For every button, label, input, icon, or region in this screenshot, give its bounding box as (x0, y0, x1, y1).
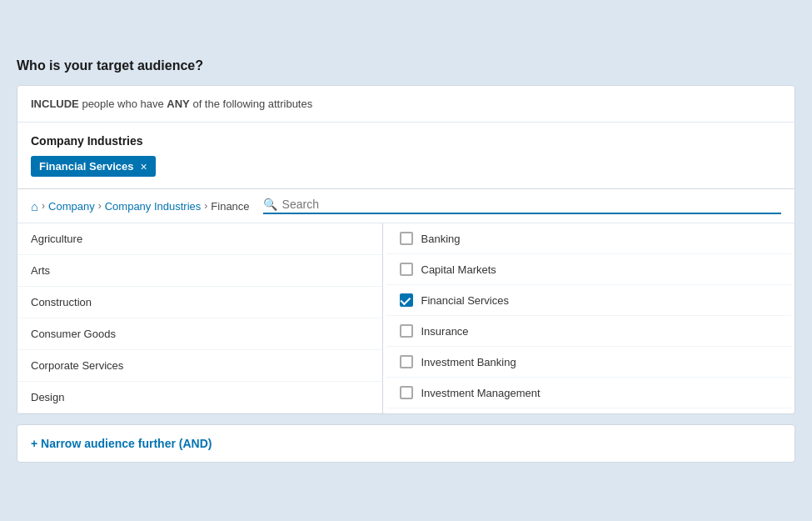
checkbox-investment-management[interactable] (400, 386, 413, 399)
list-item[interactable]: Construction (17, 287, 382, 318)
include-label: INCLUDE (31, 98, 79, 110)
list-item[interactable]: Capital Markets (386, 254, 792, 285)
page-title: Who is your target audience? (17, 58, 795, 73)
left-list: Agriculture Arts Construction Consumer G… (17, 223, 383, 413)
breadcrumb-finance: Finance (211, 200, 249, 213)
lists-row: Agriculture Arts Construction Consumer G… (17, 223, 795, 413)
list-item[interactable]: Agriculture (17, 223, 382, 255)
right-list: Banking Capital Markets Financial Servic… (383, 223, 795, 413)
list-item[interactable]: Investment Management (386, 378, 792, 408)
breadcrumb-sep-1: › (42, 200, 45, 212)
outer-container: Who is your target audience? INCLUDE peo… (17, 58, 795, 463)
financial-services-tag[interactable]: Financial Services × (31, 156, 156, 177)
checkbox-banking[interactable] (400, 232, 413, 245)
breadcrumb-row: ⌂ › Company › Company Industries › Finan… (17, 189, 795, 223)
list-item[interactable]: Consumer Goods (17, 318, 382, 350)
item-label: Financial Services (421, 294, 510, 307)
list-item[interactable]: Investment Banking (386, 347, 792, 378)
list-item[interactable]: Corporate Services (17, 350, 382, 382)
breadcrumb-sep-3: › (204, 200, 207, 212)
list-item[interactable]: Arts (17, 255, 382, 287)
list-item[interactable]: Financial Services (386, 285, 792, 316)
any-label: ANY (167, 98, 189, 110)
checkbox-capital-markets[interactable] (400, 263, 413, 276)
include-text-mid: people who have (82, 98, 167, 110)
checkbox-insurance[interactable] (400, 324, 413, 338)
item-label: Capital Markets (421, 263, 496, 276)
narrow-audience-button[interactable]: + Narrow audience further (AND) (31, 437, 212, 450)
narrow-row: + Narrow audience further (AND) (17, 424, 795, 463)
item-label: Investment Banking (421, 356, 516, 368)
list-item[interactable]: Insurance (386, 316, 792, 347)
search-area: 🔍 (263, 198, 781, 214)
breadcrumb-home-icon[interactable]: ⌂ (31, 199, 38, 213)
section-label: Company Industries (31, 134, 781, 148)
include-row: INCLUDE people who have ANY of the follo… (17, 86, 795, 123)
include-text-post: of the following attributes (192, 98, 312, 110)
breadcrumb-company[interactable]: Company (48, 200, 95, 213)
breadcrumb-company-industries[interactable]: Company Industries (105, 200, 202, 213)
list-item[interactable]: Banking (386, 223, 792, 254)
tag-label: Financial Services (39, 160, 133, 173)
company-industries-section: Company Industries Financial Services × (17, 123, 795, 188)
search-input[interactable] (282, 198, 416, 211)
checkbox-investment-banking[interactable] (400, 355, 413, 368)
list-item[interactable]: Design (17, 382, 382, 413)
item-label: Insurance (421, 325, 469, 338)
picker-container: ⌂ › Company › Company Industries › Finan… (17, 188, 795, 413)
targeting-card: INCLUDE people who have ANY of the follo… (17, 85, 795, 414)
breadcrumb-sep-2: › (98, 200, 102, 212)
tag-close-button[interactable]: × (140, 161, 147, 173)
item-label: Investment Management (421, 387, 541, 399)
item-label: Banking (421, 233, 461, 245)
checkbox-financial-services[interactable] (400, 293, 413, 307)
search-icon: 🔍 (263, 198, 277, 211)
